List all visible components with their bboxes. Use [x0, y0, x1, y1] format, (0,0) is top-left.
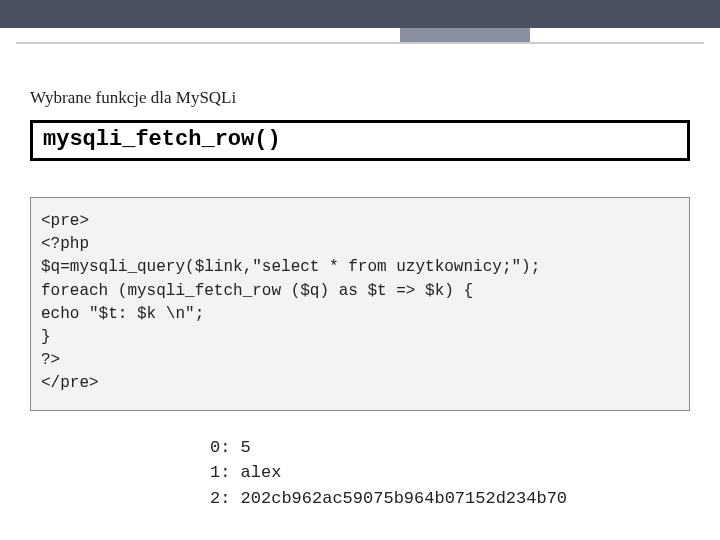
section-label: Wybrane funkcje dla MySQLi	[30, 88, 690, 108]
output-block: 0: 5 1: alex 2: 202cb962ac59075b964b0715…	[210, 435, 690, 512]
slide-divider	[16, 42, 704, 44]
slide-content: Wybrane funkcje dla MySQLi mysqli_fetch_…	[0, 28, 720, 511]
function-name-box: mysqli_fetch_row()	[30, 120, 690, 161]
slide-top-bar	[0, 0, 720, 28]
function-name: mysqli_fetch_row()	[43, 127, 281, 152]
slide-accent-block	[400, 28, 530, 42]
code-block: <pre> <?php $q=mysqli_query($link,"selec…	[30, 197, 690, 411]
